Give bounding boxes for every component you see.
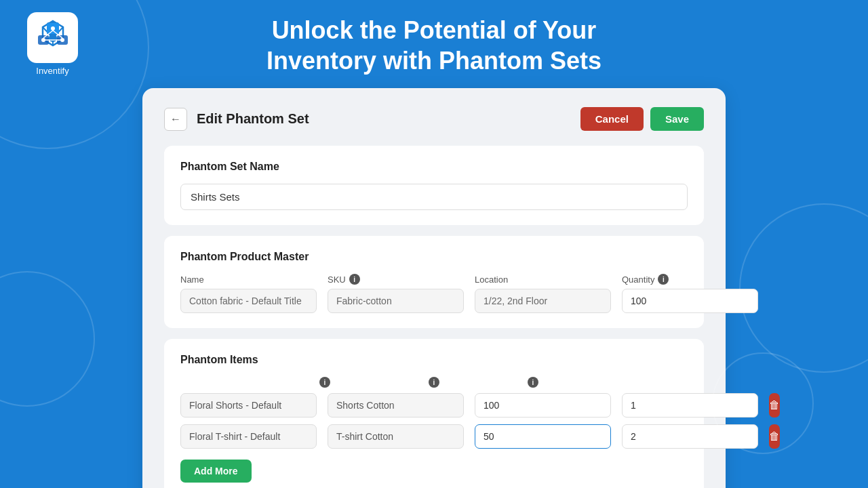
item2-quantity-input[interactable] [622,424,758,449]
item1-available-input[interactable] [475,393,611,418]
quantity-field-group: Quantity i [622,274,758,313]
top-bar-left: ← Edit Phantom Set [164,108,309,131]
phantom-product-master-section: Phantom Product Master Name SKU i Locati… [164,236,704,328]
cancel-button[interactable]: Cancel [580,107,644,131]
name-label: Name [180,274,317,285]
col-header-qty: i [525,377,606,388]
col-sku-info-icon[interactable]: i [319,377,330,388]
master-row: Name SKU i Location Quantity [180,274,688,313]
location-field-group: Location [475,274,611,313]
sku-label: SKU i [328,274,464,285]
back-button[interactable]: ← [164,108,187,131]
hero-title: Unlock the Potential of Your Inventory w… [267,15,601,76]
name-field-group: Name [180,274,317,313]
logo-container: Inventify [27,12,78,76]
item1-sku-input[interactable] [328,393,464,418]
sku-input[interactable] [328,289,464,313]
product-name-input[interactable] [180,289,317,313]
item1-name-input[interactable] [180,393,317,418]
top-bar: ← Edit Phantom Set Cancel Save [164,107,704,131]
item2-available-input[interactable] [475,424,611,449]
col-header-available: i [426,377,514,388]
main-content: ← Edit Phantom Set Cancel Save Phantom S… [0,88,868,488]
phantom-items-section: Phantom Items i i i [164,339,704,488]
phantom-set-name-section: Phantom Set Name [164,146,704,225]
logo-box [27,12,78,63]
top-bar-right: Cancel Save [580,107,704,131]
phantom-set-name-title: Phantom Set Name [180,161,688,173]
quantity-label: Quantity i [622,274,758,285]
location-input[interactable] [475,289,611,313]
save-button[interactable]: Save [650,107,704,131]
col-header-sku: i [317,377,415,388]
logo-icon [35,20,71,56]
phantom-items-title: Phantom Items [180,354,688,366]
phantom-item-row-2: 🗑 [180,424,688,449]
trash-icon-2: 🗑 [769,430,780,443]
item2-delete-button[interactable]: 🗑 [769,424,780,449]
location-label: Location [475,274,611,285]
phantom-set-name-input[interactable] [180,184,688,210]
header: Inventify Unlock the Potential of Your I… [0,0,868,88]
quantity-input[interactable] [622,289,758,313]
add-more-button[interactable]: Add More [180,460,252,483]
sku-field-group: SKU i [328,274,464,313]
edit-phantom-set-card: ← Edit Phantom Set Cancel Save Phantom S… [142,88,726,488]
item2-sku-input[interactable] [328,424,464,449]
logo-label: Inventify [36,66,68,76]
item2-name-input[interactable] [180,424,317,449]
trash-icon: 🗑 [769,399,780,411]
back-arrow-icon: ← [170,113,181,125]
col-qty-info-icon[interactable]: i [528,377,538,388]
phantom-item-row-1: 🗑 [180,393,688,418]
page-title: Edit Phantom Set [197,111,309,127]
sku-info-icon[interactable]: i [349,274,360,285]
item1-delete-button[interactable]: 🗑 [769,393,780,418]
col-avail-info-icon[interactable]: i [429,377,439,388]
svg-point-12 [51,26,55,30]
quantity-info-icon[interactable]: i [658,274,669,285]
phantom-product-master-title: Phantom Product Master [180,251,688,263]
item1-quantity-input[interactable] [622,393,758,418]
